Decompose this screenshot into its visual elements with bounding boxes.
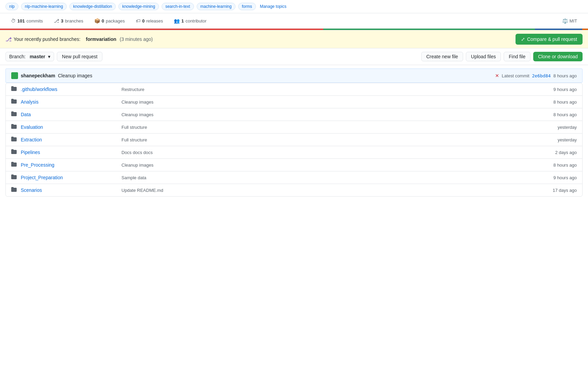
folder-icon — [11, 136, 18, 143]
file-time: yesterday — [536, 137, 577, 142]
folder-icon — [11, 187, 18, 194]
packages-icon: 📦 — [94, 18, 100, 24]
file-commit: Restructure — [116, 87, 536, 92]
branch-push-icon: ⎇ — [5, 36, 12, 43]
compare-pull-request-button[interactable]: ⤢ Compare & pull request — [516, 34, 583, 45]
file-name[interactable]: .github/workflows — [21, 87, 116, 92]
commits-stat[interactable]: ⏱ 101 commits — [5, 16, 48, 26]
lang-bar-orange — [582, 29, 588, 30]
pushed-branch-name[interactable]: formvariation — [86, 36, 116, 42]
commit-bar-right: ✕ Latest commit 2e6bd84 8 hours ago — [495, 73, 577, 78]
push-notif-prefix: Your recently pushed branches: — [14, 36, 80, 42]
file-name[interactable]: Project_Preparation — [21, 175, 116, 180]
upload-files-button[interactable]: Upload files — [466, 52, 501, 61]
releases-stat[interactable]: 🏷 0 releases — [130, 16, 168, 26]
file-name[interactable]: Pipelines — [21, 150, 116, 155]
lang-bar-red — [0, 29, 323, 30]
lang-bar-green — [323, 29, 535, 30]
clone-or-download-button[interactable]: Clone or download — [533, 52, 583, 61]
file-name[interactable]: Evaluation — [21, 124, 116, 130]
file-name[interactable]: Pre_Processing — [21, 162, 116, 168]
file-commit: Cleanup images — [116, 112, 536, 117]
contributors-label: contributor — [185, 18, 206, 24]
file-name[interactable]: Scenarios — [21, 187, 116, 193]
tag-search-in-text[interactable]: search-in-text — [162, 3, 194, 10]
file-name[interactable]: Extraction — [21, 137, 116, 142]
contributors-stat[interactable]: 👥 1 contributor — [168, 16, 212, 26]
commits-label: commits — [27, 18, 43, 24]
license-label: MIT — [570, 18, 577, 24]
commit-author[interactable]: shanepeckham — [21, 73, 55, 78]
tag-nlp[interactable]: nlp — [5, 3, 18, 10]
contributors-icon: 👥 — [174, 18, 180, 24]
tag-knowledge-distillation[interactable]: knowledge-distillation — [69, 3, 116, 10]
push-notif-left: ⎇ Your recently pushed branches: formvar… — [5, 36, 153, 43]
license-icon: ⚖️ — [562, 18, 568, 24]
avatar — [11, 72, 18, 79]
folder-icon — [11, 162, 18, 168]
file-time: 2 days ago — [536, 150, 577, 155]
file-time: 8 hours ago — [536, 112, 577, 117]
commit-hash[interactable]: 2e6bd84 — [532, 73, 551, 78]
language-bar — [0, 29, 588, 30]
branch-selector[interactable]: Branch: master ▾ — [5, 52, 54, 61]
table-row: .github/workflowsRestructure9 hours ago — [6, 83, 582, 96]
file-name[interactable]: Data — [21, 112, 116, 117]
file-time: 17 days ago — [536, 188, 577, 193]
file-time: 8 hours ago — [536, 99, 577, 105]
manage-topics-button[interactable]: Manage topics — [260, 4, 287, 9]
folder-icon — [11, 174, 18, 181]
packages-stat[interactable]: 📦 0 packages — [89, 16, 130, 26]
file-name[interactable]: Analysis — [21, 99, 116, 105]
tags-row: nlp nlp-machine-learning knowledge-disti… — [0, 0, 588, 13]
push-notification: ⎇ Your recently pushed branches: formvar… — [0, 30, 588, 48]
fail-status-icon: ✕ — [495, 73, 499, 78]
folder-icon — [11, 124, 18, 131]
file-table: .github/workflowsRestructure9 hours agoA… — [5, 83, 583, 197]
current-branch: master — [30, 54, 45, 59]
table-row: PipelinesDocs docs docs2 days ago — [6, 146, 582, 159]
branches-label: branches — [65, 18, 83, 24]
table-row: Pre_ProcessingCleanup images8 hours ago — [6, 159, 582, 171]
table-row: ScenariosUpdate README.md17 days ago — [6, 184, 582, 196]
contributors-count: 1 — [181, 18, 184, 24]
stats-row: ⏱ 101 commits ⎇ 3 branches 📦 0 packages … — [0, 13, 588, 29]
lang-bar-blue — [535, 29, 582, 30]
create-new-file-button[interactable]: Create new file — [421, 52, 463, 61]
file-time: 9 hours ago — [536, 175, 577, 180]
file-commit: Sample data — [116, 175, 536, 180]
releases-label: releases — [146, 18, 163, 24]
chevron-down-icon: ▾ — [48, 54, 50, 59]
table-row: Project_PreparationSample data9 hours ag… — [6, 171, 582, 184]
commit-bar: shanepeckham Cleanup images ✕ Latest com… — [5, 68, 583, 83]
latest-commit-label: Latest commit — [502, 73, 529, 78]
branches-stat[interactable]: ⎇ 3 branches — [48, 16, 89, 26]
table-row: DataCleanup images8 hours ago — [6, 108, 582, 121]
tag-nlp-ml[interactable]: nlp-machine-learning — [21, 3, 67, 10]
folder-icon — [11, 149, 18, 156]
tag-forms[interactable]: forms — [238, 3, 256, 10]
commit-time: 8 hours ago — [553, 73, 577, 78]
license-stat[interactable]: ⚖️ MIT — [557, 16, 583, 26]
file-time: 9 hours ago — [536, 87, 577, 92]
file-commit: Cleanup images — [116, 99, 536, 105]
tag-machine-learning[interactable]: machine-learning — [197, 3, 235, 10]
table-row: AnalysisCleanup images8 hours ago — [6, 96, 582, 108]
file-commit: Full structure — [116, 137, 536, 142]
branch-prefix: Branch: — [9, 54, 26, 59]
tag-knowledge-mining[interactable]: knowledge-mining — [118, 3, 159, 10]
toolbar-right-actions: Create new file Upload files Find file C… — [421, 52, 583, 61]
file-toolbar: Branch: master ▾ New pull request Create… — [0, 48, 588, 65]
packages-count: 0 — [102, 18, 104, 24]
commits-icon: ⏱ — [11, 18, 16, 24]
file-commit: Cleanup images — [116, 163, 536, 168]
new-pull-request-button[interactable]: New pull request — [57, 52, 102, 61]
folder-icon — [11, 86, 18, 93]
file-commit: Full structure — [116, 125, 536, 130]
commits-count: 101 — [17, 18, 25, 24]
commit-message: Cleanup images — [58, 73, 92, 78]
compare-icon: ⤢ — [521, 36, 525, 42]
branches-count: 3 — [61, 18, 63, 24]
file-time: yesterday — [536, 125, 577, 130]
find-file-button[interactable]: Find file — [504, 52, 530, 61]
